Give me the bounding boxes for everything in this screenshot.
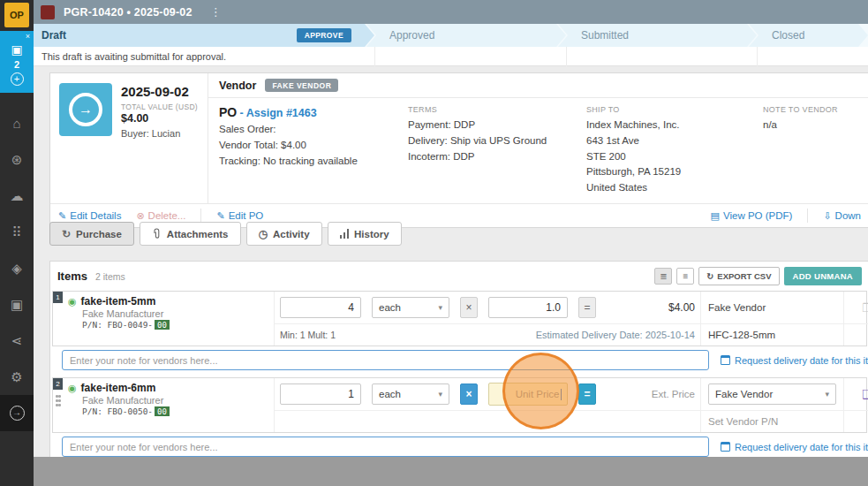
unit-price-input-focused[interactable]: Unit Price	[488, 383, 568, 406]
unit-select[interactable]: each▾	[372, 297, 449, 318]
close-icon[interactable]: ×	[26, 33, 30, 41]
draft-stage-label: Draft	[42, 29, 66, 42]
home-icon[interactable]: ⌂	[0, 105, 34, 141]
app-logo[interactable]: OP	[4, 3, 29, 27]
doc-icon[interactable]: ❐	[862, 301, 868, 315]
approve-button[interactable]: APPROVE	[297, 28, 351, 42]
vendor-cell: Fake Vendor▾	[700, 378, 843, 410]
apps-grid-icon[interactable]: ⠿	[0, 214, 34, 250]
document-icon: ▤	[711, 210, 720, 222]
globe-icon[interactable]: ⊛	[0, 141, 34, 178]
sales-order-line: Sales Order:	[219, 122, 387, 138]
items-count: 2 items	[95, 271, 125, 282]
drag-handle[interactable]	[56, 395, 61, 408]
vendor-part-number: HFC-128-5mm	[708, 330, 775, 340]
vendor-select[interactable]: Fake Vendor▾	[708, 383, 836, 405]
tab-activity[interactable]: ◷Activity	[246, 222, 322, 246]
workflow-note-strip: This draft is avaiting submittal for app…	[34, 47, 868, 66]
tab-purchase[interactable]: ↻Purchase	[49, 222, 134, 246]
vendor-label: Vendor	[219, 80, 256, 92]
purchase-circle-arrow-icon: ↻	[62, 228, 71, 240]
terms-delivery: Delivery: Ship via UPS Ground	[408, 133, 565, 149]
compact-view-icon[interactable]: ≡	[676, 268, 694, 285]
delete-link[interactable]: ⊗Delete...	[136, 210, 185, 222]
ext-price-cell: Ext. Price	[601, 378, 700, 410]
item-part-number: P/N: FBO-0050-	[82, 406, 153, 416]
part-revision-badge: 00	[155, 320, 170, 330]
equals-cell: =	[573, 378, 601, 410]
vendor-note-row-1: Request delivery date for this item	[56, 350, 865, 370]
share-nav-icon[interactable]: ⋖	[0, 323, 34, 359]
item-row-1: 1 ◉ fake-item-5mm Fake Manufacturer P/N:…	[52, 291, 867, 346]
set-vendor-pn-placeholder[interactable]: Set Vendor P/N	[708, 416, 778, 427]
shield-icon[interactable]: ◈	[0, 250, 34, 286]
multiply-cell: ×	[455, 378, 483, 410]
total-value-label: TOTAL VALUE (USD)	[121, 103, 198, 111]
item-name[interactable]: fake-item-5mm	[81, 295, 156, 308]
item-info-cell: ◉ fake-item-6mm Fake Manufacturer P/N: F…	[53, 378, 275, 432]
export-csv-button[interactable]: ↻EXPORT CSV	[698, 267, 779, 285]
po-info-column: PO - Assign #1463 Sales Order: Vendor To…	[208, 98, 397, 203]
items-header: Items 2 items ≣ ≡ ↻EXPORT CSV ADD UNMANA	[50, 262, 868, 291]
package-icon[interactable]: ▣	[0, 286, 34, 323]
buyer-label: Buyer: Lucian	[121, 128, 198, 139]
equals-operator: =	[578, 297, 596, 318]
estimated-delivery-label: Estimated Delivery Date: 2025-10-14	[536, 330, 695, 340]
calendar-icon	[721, 442, 730, 452]
vendor-note-input[interactable]	[62, 437, 709, 457]
tab-attachments[interactable]: Attachments	[140, 222, 241, 246]
refresh-icon: ↻	[706, 271, 713, 281]
detail-tabs: ↻Purchase Attachments ◷Activity History	[49, 222, 402, 246]
history-bars-icon	[340, 229, 350, 239]
po-summary-card: → 2025-09-02 TOTAL VALUE (USD) $4.00 Buy…	[49, 72, 868, 228]
vendor-note-input[interactable]	[62, 350, 709, 370]
chevron-down-icon: ▾	[438, 390, 442, 399]
unit-price-cell	[483, 292, 573, 323]
row-index-badge: 1	[53, 292, 63, 303]
add-icon[interactable]: +	[11, 72, 24, 86]
list-view-icon[interactable]: ≣	[654, 268, 672, 285]
sidebar-nav: ⌂ ⊛ ☁ ⠿ ◈ ▣ ⋖ ⚙ →	[0, 105, 34, 431]
quantity-input[interactable]	[280, 297, 361, 318]
estimated-delivery-cell: Estimated Delivery Date: 2025-10-14	[455, 323, 700, 346]
vendor-name: Fake Vendor	[708, 302, 766, 313]
form-icon[interactable]: ❑	[862, 387, 868, 401]
unit-cell: each▾	[366, 378, 455, 410]
workflow-bar: Draft APPROVE Approved Submitted Closed	[34, 24, 868, 47]
paperclip-icon	[152, 228, 162, 239]
unit-price-input[interactable]	[488, 297, 568, 318]
unit-select[interactable]: each▾	[372, 383, 449, 405]
module-count-badge: 2	[14, 59, 19, 70]
request-delivery-link[interactable]: Request delivery date for this item	[735, 355, 868, 366]
procurement-icon[interactable]: →	[0, 395, 34, 431]
multiply-cell: ×	[455, 292, 483, 323]
download-icon: ⇩	[823, 210, 831, 222]
add-unmanaged-button[interactable]: ADD UNMANA	[784, 267, 862, 285]
equals-cell: =	[573, 292, 601, 323]
request-delivery-link[interactable]: Request delivery date for this item	[735, 442, 868, 452]
chevron-down-icon: ▾	[438, 303, 442, 312]
part-revision-badge: 00	[155, 406, 170, 416]
module-icon: ▣	[11, 42, 22, 57]
edit-details-link[interactable]: ✎Edit Details	[58, 210, 121, 222]
item-name[interactable]: fake-item-6mm	[81, 382, 156, 394]
vendor-cell: Fake Vendor	[700, 292, 843, 323]
kebab-menu-icon[interactable]: ⋮	[210, 5, 222, 19]
item-row-2: 2 ◉ fake-item-6mm Fake Manufacturer P/N:…	[52, 377, 867, 433]
page-title: PGR-10420 • 2025-09-02	[64, 6, 192, 19]
note-to-vendor-value: n/a	[763, 118, 858, 133]
unit-price-placeholder: Unit Price	[516, 389, 560, 399]
po-assign-link[interactable]: - Assign #1463	[240, 107, 317, 119]
view-po-pdf-link[interactable]: ▤View PO (PDF)	[711, 210, 793, 222]
unit-cell: each▾	[366, 292, 455, 323]
settings-gear-icon[interactable]: ⚙	[0, 359, 34, 395]
note-to-vendor-column: NOTE TO VENDOR n/a	[752, 98, 868, 203]
order-summary: → 2025-09-02 TOTAL VALUE (USD) $4.00 Buy…	[50, 73, 208, 203]
page-bottom-strip	[34, 457, 868, 486]
pencil-icon: ✎	[58, 210, 66, 222]
tab-history[interactable]: History	[328, 222, 402, 246]
download-link[interactable]: ⇩Down	[823, 210, 861, 222]
quantity-input[interactable]	[280, 383, 361, 405]
cloud-icon[interactable]: ☁	[0, 178, 34, 214]
edit-po-link[interactable]: ✎Edit PO	[216, 210, 263, 222]
